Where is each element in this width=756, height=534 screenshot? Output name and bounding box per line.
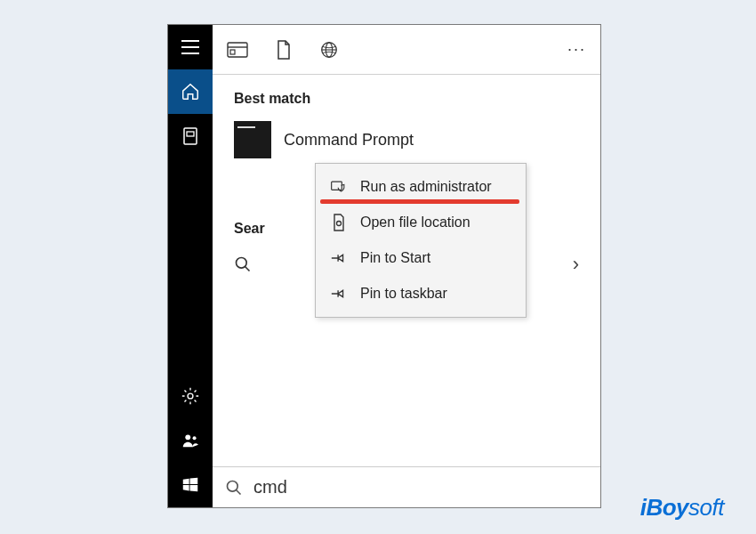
svg-point-11 <box>237 258 247 269</box>
apps-tab[interactable] <box>227 41 248 59</box>
filter-tabs: ··· <box>213 25 600 75</box>
svg-point-14 <box>337 222 342 226</box>
svg-line-16 <box>237 490 241 494</box>
watermark-logo: iBoysoft <box>640 494 724 522</box>
result-command-prompt[interactable]: Command Prompt <box>234 121 579 158</box>
ctx-label: Run as administrator <box>360 179 492 195</box>
ctx-label: Open file location <box>360 214 470 231</box>
apps-icon <box>227 41 248 59</box>
start-button[interactable] <box>168 463 213 507</box>
start-menu-search-window: ··· Best match Command Prompt Sear › Run… <box>167 24 601 508</box>
document-icon <box>275 39 293 61</box>
best-match-label: Best match <box>234 91 579 107</box>
brand-suffix: soft <box>688 494 724 521</box>
search-bar[interactable] <box>213 466 600 507</box>
start-sidebar <box>168 25 213 507</box>
home-icon <box>181 82 200 101</box>
search-input[interactable] <box>253 477 588 498</box>
ctx-pin-to-taskbar[interactable]: Pin to taskbar <box>316 276 526 312</box>
search-pane: ··· Best match Command Prompt Sear › Run… <box>213 25 600 507</box>
more-tab[interactable]: ··· <box>567 40 586 59</box>
windows-icon <box>181 475 200 495</box>
chevron-right-icon: › <box>573 253 579 276</box>
settings-button[interactable] <box>168 374 213 418</box>
result-title: Command Prompt <box>284 131 414 150</box>
svg-line-12 <box>245 267 250 271</box>
svg-point-2 <box>188 393 193 399</box>
brand-prefix: iBoy <box>640 494 688 521</box>
web-tab[interactable] <box>319 40 339 60</box>
documents-tab[interactable] <box>275 39 293 61</box>
menu-button[interactable] <box>168 25 213 69</box>
shield-icon <box>330 178 348 196</box>
people-button[interactable] <box>168 418 213 463</box>
search-icon <box>225 479 243 497</box>
gear-icon <box>181 386 200 406</box>
pin-start-icon <box>330 249 348 267</box>
timeline-button[interactable] <box>168 114 213 158</box>
svg-point-15 <box>228 481 238 491</box>
people-icon <box>181 431 200 450</box>
timeline-icon <box>181 125 199 147</box>
file-location-icon <box>330 214 348 231</box>
ctx-open-file-location[interactable]: Open file location <box>316 205 526 240</box>
globe-icon <box>319 40 339 60</box>
highlight-underline <box>320 199 519 204</box>
cmd-icon <box>234 121 271 158</box>
svg-rect-1 <box>187 132 194 136</box>
svg-rect-13 <box>332 182 342 190</box>
svg-point-3 <box>185 434 190 440</box>
svg-point-4 <box>193 436 197 440</box>
home-button[interactable] <box>168 69 213 114</box>
ctx-pin-to-start[interactable]: Pin to Start <box>316 240 526 276</box>
svg-rect-7 <box>230 50 235 54</box>
pin-taskbar-icon <box>330 285 348 303</box>
search-icon <box>234 255 252 273</box>
context-menu: Run as administrator Open file location … <box>315 163 527 318</box>
ctx-label: Pin to taskbar <box>360 286 447 302</box>
hamburger-icon <box>181 40 199 54</box>
ctx-label: Pin to Start <box>360 250 430 266</box>
